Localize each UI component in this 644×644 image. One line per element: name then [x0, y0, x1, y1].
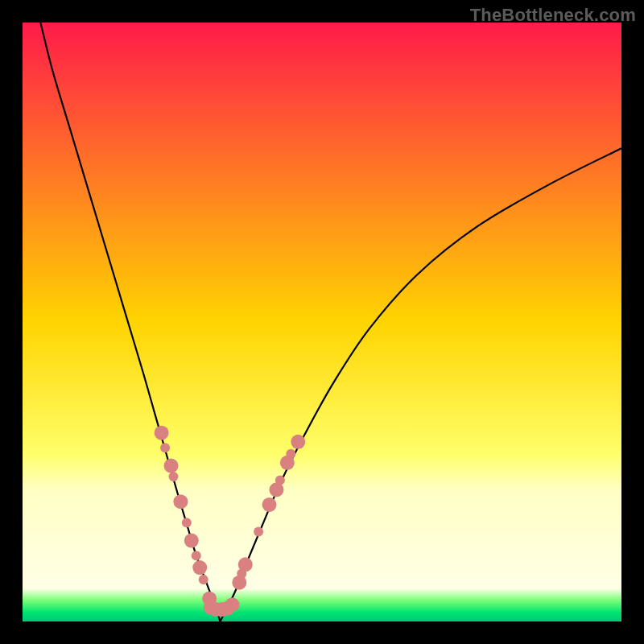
marker-dot: [192, 560, 207, 575]
marker-dot: [291, 435, 305, 449]
marker-dot: [225, 597, 239, 612]
marker-dot: [275, 475, 285, 485]
marker-dot: [168, 472, 178, 481]
marker-dot: [164, 459, 179, 473]
chart-svg: [23, 23, 621, 621]
marker-dot: [155, 426, 169, 440]
marker-dot: [199, 575, 208, 584]
watermark-label: TheBottleneck.com: [470, 5, 636, 26]
marker-dot: [184, 534, 199, 548]
marker-dot: [173, 494, 188, 509]
marker-dot: [192, 551, 201, 560]
marker-dot: [254, 526, 263, 536]
marker-dot: [182, 518, 192, 527]
marker-dot: [238, 557, 253, 572]
marker-dot: [160, 443, 170, 452]
plot-area: [23, 23, 621, 621]
marker-dot: [286, 449, 295, 459]
marker-dot: [262, 497, 277, 512]
chart-frame: TheBottleneck.com: [0, 0, 644, 644]
gradient-background: [23, 23, 621, 621]
